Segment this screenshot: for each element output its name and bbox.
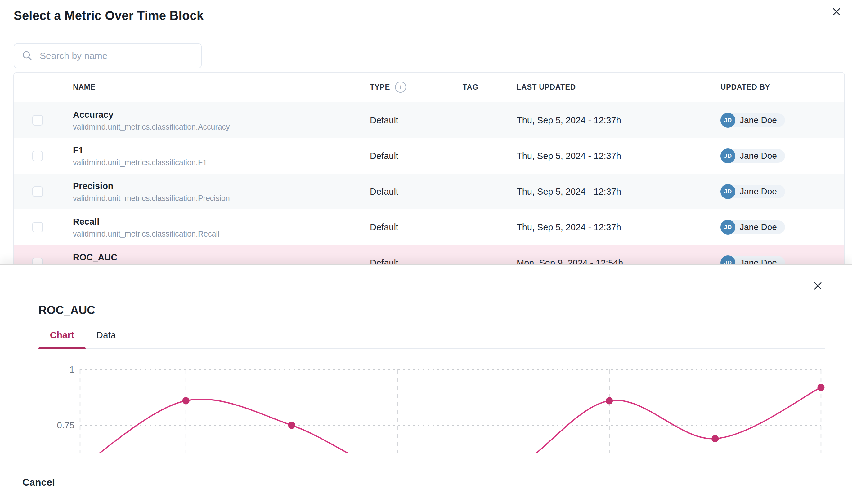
col-type: TYPE i [370,82,406,93]
row-checkbox[interactable] [32,151,43,161]
metric-modal: Select a Metric Over Time Block NAME TYP… [0,0,852,504]
updated-by-tag: JDJane Doe [720,113,785,128]
updated-by-tag: JDJane Doe [720,184,785,199]
metric-type: Default [370,186,398,197]
metric-name: F1 [73,145,207,156]
metric-path: validmind.unit_metrics.classification.Ac… [73,122,230,131]
metric-type: Default [370,222,398,232]
tab-chart[interactable]: Chart [38,330,86,348]
col-name: NAME [73,83,95,91]
metric-name: Accuracy [73,109,230,120]
avatar: JD [720,148,735,163]
close-icon[interactable] [811,279,825,293]
page-title: Select a Metric Over Time Block [14,9,204,23]
metric-last-updated: Thu, Sep 5, 2024 - 12:37h [517,151,621,161]
updated-by-tag: JDJane Doe [720,220,785,235]
col-updated-by: UPDATED BY [720,83,770,91]
row-checkbox[interactable] [32,115,43,126]
row-checkbox[interactable] [32,186,43,197]
search-box [14,43,202,68]
tabs: Chart Data [38,330,825,349]
close-icon[interactable] [830,5,843,19]
metric-line-chart: 10.75 [38,357,838,452]
metrics-table: NAME TYPE i TAG LAST UPDATED UPDATED BY … [13,72,845,280]
metric-path: validmind.unit_metrics.classification.Pr… [73,194,230,203]
metric-path: validmind.unit_metrics.classification.F1 [73,158,207,167]
metric-last-updated: Thu, Sep 5, 2024 - 12:37h [517,115,621,125]
table-row[interactable]: Precisionvalidmind.unit_metrics.classifi… [14,174,844,209]
metric-name: ROC_AUC [73,252,236,263]
table-row[interactable]: Recallvalidmind.unit_metrics.classificat… [14,209,844,245]
search-icon [22,50,33,61]
metric-last-updated: Thu, Sep 5, 2024 - 12:37h [517,186,621,197]
col-tag: TAG [463,83,479,91]
col-last-updated: LAST UPDATED [517,83,576,91]
cancel-button[interactable]: Cancel [22,477,55,488]
table-row[interactable]: F1validmind.unit_metrics.classification.… [14,138,844,174]
tab-data[interactable]: Data [86,330,126,348]
updated-by-tag: JDJane Doe [720,148,785,163]
row-checkbox[interactable] [32,222,43,233]
search-input[interactable] [40,51,189,61]
avatar: JD [720,184,735,199]
metric-name: Recall [73,216,219,227]
svg-text:0.75: 0.75 [57,420,74,430]
avatar: JD [720,220,735,235]
panel-title: ROC_AUC [38,304,95,317]
info-icon[interactable]: i [395,82,406,93]
metric-last-updated: Thu, Sep 5, 2024 - 12:37h [517,222,621,232]
table-header: NAME TYPE i TAG LAST UPDATED UPDATED BY [14,73,844,102]
metric-path: validmind.unit_metrics.classification.Re… [73,229,219,238]
table-row[interactable]: Accuracyvalidmind.unit_metrics.classific… [14,102,844,138]
metric-type: Default [370,151,398,161]
avatar: JD [720,113,735,128]
col-type-label: TYPE [370,83,390,91]
svg-text:1: 1 [70,364,74,375]
preview-panel: ROC_AUC Chart Data 10.75 [0,264,852,504]
chart-area: 10.75 [38,357,838,452]
table-body: Accuracyvalidmind.unit_metrics.classific… [14,102,844,280]
metric-name: Precision [73,180,230,192]
metric-type: Default [370,115,398,125]
